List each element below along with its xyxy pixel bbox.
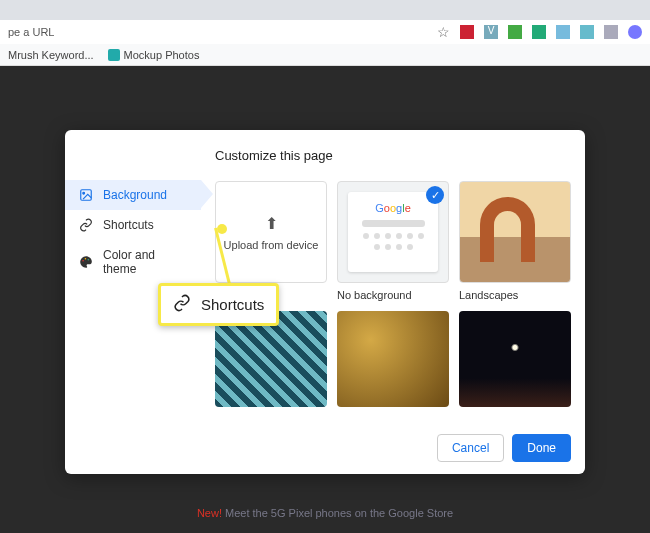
favicon-icon <box>108 49 120 61</box>
extension-icon[interactable] <box>508 25 522 39</box>
extension-icon[interactable] <box>556 25 570 39</box>
svg-point-3 <box>85 258 87 260</box>
category-thumb <box>337 311 449 407</box>
annotation-callout: Shortcuts <box>158 283 279 326</box>
sidebar-item-label: Shortcuts <box>103 218 154 232</box>
svg-point-4 <box>88 259 90 261</box>
tile-category[interactable] <box>337 311 449 407</box>
sidebar-item-label: Background <box>103 188 167 202</box>
link-icon <box>79 218 93 232</box>
tile-no-background[interactable]: ✓ Google No background <box>337 181 449 301</box>
check-icon: ✓ <box>426 186 444 204</box>
avatar[interactable] <box>628 25 642 39</box>
bookmark-star-icon[interactable]: ☆ <box>437 24 450 40</box>
address-bar[interactable]: pe a URL ☆ V <box>0 20 650 44</box>
sidebar-item-label: Color and theme <box>103 248 187 276</box>
link-icon <box>173 294 191 315</box>
dialog-title: Customize this page <box>215 148 571 163</box>
bookmark-label: Mrush Keyword... <box>8 49 94 61</box>
google-logo-icon: Google <box>375 202 411 214</box>
sidebar-item-background[interactable]: Background <box>65 180 201 210</box>
address-right: ☆ V <box>437 24 642 40</box>
address-text: pe a URL <box>8 26 54 38</box>
bookmark-item[interactable]: Mockup Photos <box>108 49 200 61</box>
sidebar-item-color[interactable]: Color and theme <box>65 240 201 284</box>
svg-point-1 <box>83 192 85 194</box>
customize-dialog: Background Shortcuts Color and theme Cus… <box>65 130 585 474</box>
bookmarks-bar: Mrush Keyword... Mockup Photos <box>0 44 650 66</box>
tile-category[interactable] <box>459 311 571 407</box>
extension-icon[interactable] <box>532 25 546 39</box>
nobg-tile-body: ✓ Google <box>337 181 449 283</box>
bookmark-label: Mockup Photos <box>124 49 200 61</box>
callout-label: Shortcuts <box>201 296 264 313</box>
extension-icon[interactable] <box>604 25 618 39</box>
extension-icon[interactable] <box>460 25 474 39</box>
tab-strip <box>0 0 650 20</box>
upload-tile-body: ⬆ Upload from device <box>215 181 327 283</box>
sidebar-item-shortcuts[interactable]: Shortcuts <box>65 210 201 240</box>
scrollbar[interactable] <box>579 140 583 464</box>
upload-label: Upload from device <box>224 239 319 251</box>
tile-label: Landscapes <box>459 289 571 301</box>
tile-landscapes[interactable]: Landscapes <box>459 181 571 301</box>
image-icon <box>79 188 93 202</box>
done-button[interactable]: Done <box>512 434 571 462</box>
landscape-thumb <box>459 181 571 283</box>
annotation-dot <box>217 224 227 234</box>
promo-text[interactable]: New! Meet the 5G Pixel phones on the Goo… <box>0 507 650 519</box>
svg-rect-0 <box>81 190 92 201</box>
extension-icon[interactable] <box>580 25 594 39</box>
palette-icon <box>79 255 93 269</box>
tile-label: No background <box>337 289 449 301</box>
upload-icon: ⬆ <box>265 214 278 233</box>
promo-message: Meet the 5G Pixel phones on the Google S… <box>222 507 453 519</box>
dialog-footer: Cancel Done <box>437 434 571 462</box>
category-thumb <box>459 311 571 407</box>
bookmark-item[interactable]: Mrush Keyword... <box>8 49 94 61</box>
promo-new-label: New! <box>197 507 222 519</box>
svg-point-2 <box>82 260 84 262</box>
cancel-button[interactable]: Cancel <box>437 434 504 462</box>
extension-icon[interactable]: V <box>484 25 498 39</box>
